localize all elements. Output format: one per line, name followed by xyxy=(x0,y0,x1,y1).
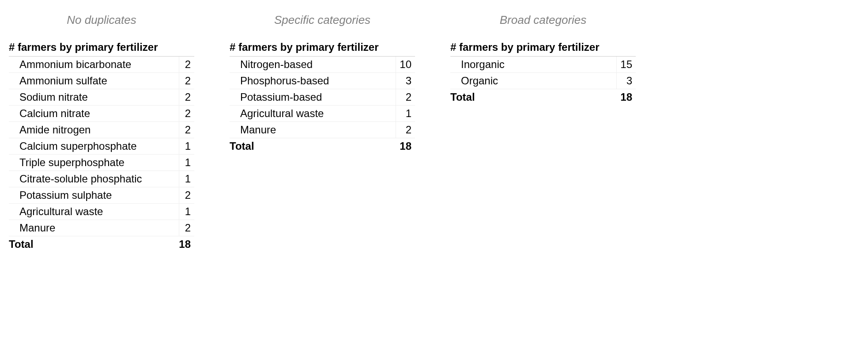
table-block: Broad categories# farmers by primary fer… xyxy=(450,13,636,105)
row-value: 2 xyxy=(179,220,194,236)
row-value: 2 xyxy=(179,187,194,204)
table-row: Nitrogen-based10 xyxy=(230,57,415,73)
row-value: 1 xyxy=(396,106,415,122)
table-row: Organic3 xyxy=(450,73,636,89)
table-row: Ammonium bicarbonate2 xyxy=(9,57,194,73)
row-label: Ammonium bicarbonate xyxy=(9,57,179,73)
tables-container: No duplicates# farmers by primary fertil… xyxy=(9,13,859,252)
table-row: Manure2 xyxy=(230,122,415,138)
row-value: 3 xyxy=(396,73,415,89)
row-label: Manure xyxy=(230,122,396,138)
row-label: Triple superphosphate xyxy=(9,155,179,171)
table-row: Agricultural waste1 xyxy=(9,204,194,220)
table-row: Manure2 xyxy=(9,220,194,236)
table-row: Potassium sulphate2 xyxy=(9,187,194,204)
row-label: Nitrogen-based xyxy=(230,57,396,73)
row-label: Calcium superphosphate xyxy=(9,138,179,155)
table-row: Ammonium sulfate2 xyxy=(9,73,194,89)
table-title: # farmers by primary fertilizer xyxy=(9,39,194,57)
total-label: Total xyxy=(9,236,179,253)
table-caption: No duplicates xyxy=(67,13,136,27)
table-row: Agricultural waste1 xyxy=(230,106,415,122)
total-label: Total xyxy=(230,138,396,155)
table-title: # farmers by primary fertilizer xyxy=(230,39,415,57)
table-block: Specific categories# farmers by primary … xyxy=(230,13,415,154)
row-value: 10 xyxy=(396,57,415,73)
row-value: 1 xyxy=(179,138,194,155)
row-label: Potassium-based xyxy=(230,89,396,106)
table-row: Amide nitrogen2 xyxy=(9,122,194,138)
table-row: Triple superphosphate1 xyxy=(9,155,194,171)
data-table: # farmers by primary fertilizerAmmonium … xyxy=(9,39,194,252)
table-row: Sodium nitrate2 xyxy=(9,89,194,106)
table-caption: Specific categories xyxy=(274,13,370,27)
total-value: 18 xyxy=(617,89,636,106)
row-value: 1 xyxy=(179,204,194,220)
row-value: 2 xyxy=(396,89,415,106)
row-label: Agricultural waste xyxy=(230,106,396,122)
row-value: 2 xyxy=(396,122,415,138)
row-label: Sodium nitrate xyxy=(9,89,179,106)
table-row: Potassium-based2 xyxy=(230,89,415,106)
row-label: Potassium sulphate xyxy=(9,187,179,204)
row-label: Amide nitrogen xyxy=(9,122,179,138)
table-row: Inorganic15 xyxy=(450,57,636,73)
row-label: Manure xyxy=(9,220,179,236)
table-caption: Broad categories xyxy=(500,13,587,27)
table-row: Citrate-soluble phosphatic1 xyxy=(9,171,194,187)
table-row: Calcium superphosphate1 xyxy=(9,138,194,155)
row-value: 2 xyxy=(179,122,194,138)
row-label: Citrate-soluble phosphatic xyxy=(9,171,179,187)
total-value: 18 xyxy=(179,236,194,253)
data-table: # farmers by primary fertilizerNitrogen-… xyxy=(230,39,415,154)
total-row: Total18 xyxy=(450,89,636,106)
total-value: 18 xyxy=(396,138,415,155)
row-label: Phosphorus-based xyxy=(230,73,396,89)
row-label: Calcium nitrate xyxy=(9,106,179,122)
table-row: Phosphorus-based3 xyxy=(230,73,415,89)
table-block: No duplicates# farmers by primary fertil… xyxy=(9,13,194,252)
row-value: 1 xyxy=(179,155,194,171)
table-title: # farmers by primary fertilizer xyxy=(450,39,636,57)
row-label: Inorganic xyxy=(450,57,617,73)
row-value: 2 xyxy=(179,106,194,122)
total-row: Total18 xyxy=(9,236,194,253)
row-label: Ammonium sulfate xyxy=(9,73,179,89)
row-value: 15 xyxy=(617,57,636,73)
row-value: 1 xyxy=(179,171,194,187)
total-row: Total18 xyxy=(230,138,415,155)
table-row: Calcium nitrate2 xyxy=(9,106,194,122)
row-value: 2 xyxy=(179,57,194,73)
total-label: Total xyxy=(450,89,617,106)
row-value: 3 xyxy=(617,73,636,89)
row-label: Agricultural waste xyxy=(9,204,179,220)
row-value: 2 xyxy=(179,73,194,89)
row-value: 2 xyxy=(179,89,194,106)
row-label: Organic xyxy=(450,73,617,89)
data-table: # farmers by primary fertilizerInorganic… xyxy=(450,39,636,105)
